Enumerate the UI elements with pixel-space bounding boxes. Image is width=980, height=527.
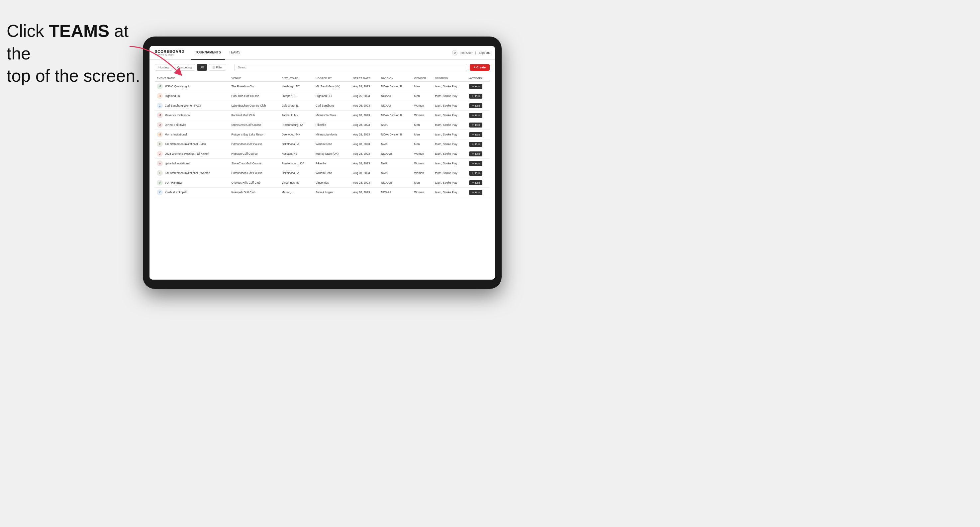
edit-icon-4: ✏ [472, 124, 474, 127]
edit-button-1[interactable]: ✏ Edit [469, 94, 482, 98]
cell-date-7: Aug 28, 2023 [351, 149, 379, 159]
team-icon-0: M [157, 83, 163, 89]
cell-venue-10: Cypress Hills Golf Club [229, 178, 280, 187]
cell-hosted-0: Mt. Saint Mary (NY) [313, 82, 351, 91]
event-name-0: MSMC Qualifying 1 [165, 85, 189, 88]
nav-tournaments[interactable]: TOURNAMENTS [191, 46, 225, 60]
cell-division-0: NCAA Division III [379, 82, 412, 91]
edit-button-3[interactable]: ✏ Edit [469, 113, 482, 118]
all-button[interactable]: All [197, 64, 207, 71]
cell-actions-9: ✏ Edit [467, 168, 490, 178]
nav-links: TOURNAMENTS TEAMS [191, 46, 452, 60]
table-row: K Klash at Kokopelli Kokopelli Golf Club… [155, 187, 490, 197]
cell-division-11: NICAA I [379, 187, 412, 197]
cell-scoring-1: team, Stroke Play [433, 91, 467, 101]
cell-actions-2: ✏ Edit [467, 101, 490, 111]
tablet-frame: SCOREBOARD Powered by clippit TOURNAMENT… [143, 37, 502, 289]
event-name-3: Maverick Invitational [165, 114, 190, 117]
cell-hosted-9: William Penn [313, 168, 351, 178]
event-name-5: Morris Invitational [165, 133, 187, 136]
cell-name-3: M Maverick Invitational [155, 111, 229, 120]
cell-city-0: Newburgh, NY [280, 82, 313, 91]
edit-button-5[interactable]: ✏ Edit [469, 132, 482, 137]
edit-button-7[interactable]: ✏ Edit [469, 151, 482, 156]
cell-gender-11: Women [412, 187, 433, 197]
nav-separator: | [476, 51, 476, 54]
cell-date-2: Aug 26, 2023 [351, 101, 379, 111]
table-row: C Carl Sandburg Women FA23 Lake Bracken … [155, 101, 490, 111]
cell-scoring-11: team, Stroke Play [433, 187, 467, 197]
edit-icon-3: ✏ [472, 114, 474, 117]
logo-title: SCOREBOARD [155, 49, 185, 54]
search-input[interactable] [234, 64, 467, 71]
competing-button[interactable]: Competing [174, 64, 196, 71]
search-box [234, 64, 467, 71]
header-row: EVENT NAME VENUE CITY, STATE HOSTED BY S… [155, 75, 490, 82]
edit-button-4[interactable]: ✏ Edit [469, 122, 482, 127]
cell-gender-8: Women [412, 159, 433, 168]
cell-division-4: NAIA [379, 120, 412, 130]
cell-actions-5: ✏ Edit [467, 130, 490, 140]
cell-division-2: NICAA I [379, 101, 412, 111]
cell-actions-10: ✏ Edit [467, 178, 490, 187]
event-name-9: Fall Statesmen Invitational - Women [165, 171, 210, 175]
cell-gender-9: Women [412, 168, 433, 178]
cell-date-8: Aug 28, 2023 [351, 159, 379, 168]
cell-division-1: NICAA I [379, 91, 412, 101]
cell-date-3: Aug 28, 2023 [351, 111, 379, 120]
table-row: M MSMC Qualifying 1 The Powelton Club Ne… [155, 82, 490, 91]
filter-icon: ☰ [212, 66, 215, 69]
team-icon-10: V [157, 179, 163, 186]
event-name-11: Klash at Kokopelli [165, 190, 187, 194]
edit-button-2[interactable]: ✏ Edit [469, 103, 482, 108]
cell-venue-9: Edmundson Golf Course [229, 168, 280, 178]
cell-city-11: Marion, IL [280, 187, 313, 197]
edit-button-0[interactable]: ✏ Edit [469, 84, 482, 89]
col-venue: VENUE [229, 75, 280, 82]
event-name-8: upike fall invitational [165, 162, 190, 165]
cell-scoring-7: team, Stroke Play [433, 149, 467, 159]
table-row: u upike fall invitational StoneCrest Gol… [155, 159, 490, 168]
cell-gender-1: Men [412, 91, 433, 101]
cell-gender-3: Women [412, 111, 433, 120]
settings-icon[interactable]: ⚙ [452, 50, 457, 56]
edit-button-9[interactable]: ✏ Edit [469, 171, 482, 176]
cell-scoring-2: team, Stroke Play [433, 101, 467, 111]
cell-venue-7: Hesston Golf Course [229, 149, 280, 159]
signout-link[interactable]: Sign out [479, 51, 490, 54]
cell-gender-0: Men [412, 82, 433, 91]
table-row: F Fall Statesmen Invitational - Men Edmu… [155, 140, 490, 149]
cell-name-9: F Fall Statesmen Invitational - Women [155, 168, 229, 178]
create-button[interactable]: + Create [470, 64, 490, 71]
col-city-state: CITY, STATE [280, 75, 313, 82]
cell-date-1: Aug 25, 2023 [351, 91, 379, 101]
cell-actions-11: ✏ Edit [467, 187, 490, 197]
hosting-button[interactable]: Hosting [155, 64, 172, 71]
team-icon-3: M [157, 112, 163, 118]
cell-hosted-8: Pikeville [313, 159, 351, 168]
edit-button-6[interactable]: ✏ Edit [469, 142, 482, 147]
cell-actions-7: ✏ Edit [467, 149, 490, 159]
nav-right: ⚙ Test User | Sign out [452, 50, 490, 56]
cell-division-8: NAIA [379, 159, 412, 168]
logo-sub: Powered by clippit [155, 54, 185, 56]
cell-venue-2: Lake Bracken Country Club [229, 101, 280, 111]
filter-button[interactable]: ☰ Filter [208, 64, 226, 71]
table-row: U UPIKE Fall Invite StoneCrest Golf Cour… [155, 120, 490, 130]
cell-name-7: 2 2023 Women's Hesston Fall Kickoff [155, 149, 229, 159]
edit-button-11[interactable]: ✏ Edit [469, 190, 482, 195]
event-name-1: Highland 36 [165, 94, 180, 98]
edit-button-10[interactable]: ✏ Edit [469, 180, 482, 185]
nav-teams[interactable]: TEAMS [225, 46, 244, 60]
cell-city-8: Prestonsburg, KY [280, 159, 313, 168]
table-row: F Fall Statesmen Invitational - Women Ed… [155, 168, 490, 178]
cell-gender-5: Men [412, 130, 433, 140]
table-row: M Morris Invitational Ruttger's Bay Lake… [155, 130, 490, 140]
cell-name-11: K Klash at Kokopelli [155, 187, 229, 197]
event-name-6: Fall Statesmen Invitational - Men [165, 143, 206, 146]
edit-button-8[interactable]: ✏ Edit [469, 161, 482, 166]
cell-date-0: Aug 24, 2023 [351, 82, 379, 91]
cell-division-5: NCAA Division III [379, 130, 412, 140]
event-name-2: Carl Sandburg Women FA23 [165, 104, 201, 107]
cell-actions-6: ✏ Edit [467, 140, 490, 149]
